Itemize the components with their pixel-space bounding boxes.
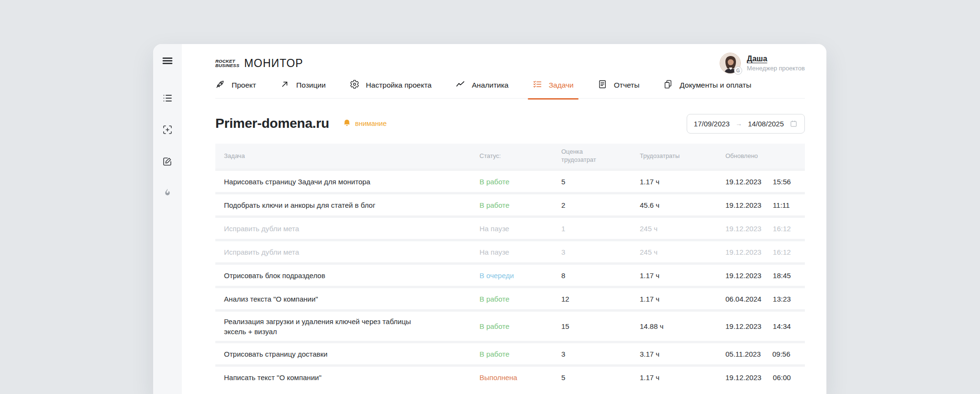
hours-value: 14.88 ч bbox=[640, 322, 725, 330]
user-name[interactable]: Даша bbox=[747, 55, 805, 63]
tab-bar: Проект Позиции Настройка проекта bbox=[215, 79, 805, 99]
calendar-icon[interactable] bbox=[790, 120, 798, 128]
updated-cell: 19.12.2023 16:12 bbox=[725, 248, 805, 256]
updated-cell: 19.12.2023 14:34 bbox=[725, 322, 805, 330]
updated-cell: 19.12.2023 11:11 bbox=[725, 201, 805, 209]
brand-line2: BUSINESS bbox=[215, 63, 239, 68]
table-header: Задача Статус: Оценка трудозатрат Трудоз… bbox=[215, 144, 805, 169]
product-name: МОНИТОР bbox=[244, 57, 303, 70]
edit-note-icon[interactable] bbox=[161, 155, 174, 168]
date-arrow: → bbox=[735, 120, 742, 127]
brand-logo-mark: ROCKET BUSINESS bbox=[215, 59, 239, 68]
updated-date: 19.12.2023 bbox=[725, 178, 761, 186]
task-title: Нарисовать страницу Задачи для монитора bbox=[215, 177, 479, 187]
updated-time: 16:12 bbox=[773, 225, 791, 233]
tasks-table: Задача Статус: Оценка трудозатрат Трудоз… bbox=[215, 144, 805, 388]
main-content: ROCKET BUSINESS МОНИТОР bbox=[182, 44, 826, 394]
table-row[interactable]: Реализация загрузки и удаления ключей че… bbox=[215, 309, 805, 341]
hours-value: 245 ч bbox=[640, 225, 725, 233]
status-badge: В работе bbox=[479, 322, 561, 330]
estimate-value: 8 bbox=[561, 271, 640, 280]
updated-cell: 05.11.2023 09:56 bbox=[725, 350, 805, 358]
status-badge: На паузе bbox=[479, 225, 561, 233]
table-row[interactable]: Написать текст "О компании" Выполнена 5 … bbox=[215, 364, 805, 388]
tab-reports[interactable]: Отчеты bbox=[598, 79, 640, 91]
tab-label: Отчеты bbox=[614, 81, 640, 90]
tab-project-settings[interactable]: Настройка проекта bbox=[350, 79, 432, 91]
tab-label: Позиции bbox=[296, 81, 326, 90]
tab-project[interactable]: Проект bbox=[215, 79, 256, 91]
task-title: Написать текст "О компании" bbox=[215, 372, 479, 383]
updated-date: 19.12.2023 bbox=[725, 201, 761, 209]
estimate-value: 3 bbox=[561, 350, 640, 358]
list-icon[interactable] bbox=[161, 92, 174, 104]
hours-value: 1.17 ч bbox=[640, 295, 725, 303]
documents-icon bbox=[663, 79, 673, 91]
status-badge: В работе bbox=[479, 350, 561, 358]
add-frame-icon[interactable] bbox=[161, 124, 174, 136]
updated-time: 11:11 bbox=[773, 201, 790, 209]
estimate-value: 15 bbox=[561, 322, 640, 330]
hours-value: 1.17 ч bbox=[640, 271, 725, 280]
tab-tasks[interactable]: Задачи bbox=[533, 79, 574, 91]
status-badge: В работе bbox=[479, 178, 561, 186]
user-role: Менеджер проектов bbox=[747, 65, 805, 72]
table-row[interactable]: Анализ текста "О компании" В работе 12 1… bbox=[215, 286, 805, 309]
date-start[interactable]: 17/09/2023 bbox=[694, 120, 730, 128]
hours-value: 3.17 ч bbox=[640, 350, 725, 358]
col-header-status: Статус: bbox=[479, 152, 561, 160]
updated-cell: 06.04.2024 13:23 bbox=[725, 295, 805, 303]
updated-date: 19.12.2023 bbox=[725, 373, 761, 382]
status-badge: На паузе bbox=[479, 248, 561, 256]
tab-positions[interactable]: Позиции bbox=[280, 79, 326, 91]
table-row[interactable]: Подобрать ключи и анкоры для статей в бл… bbox=[215, 192, 805, 215]
task-title: Отрисовать блок подразделов bbox=[215, 270, 479, 281]
tab-label: Проект bbox=[232, 81, 256, 90]
date-range-picker[interactable]: 17/09/2023 → 14/08/2025 bbox=[687, 114, 805, 134]
col-header-updated: Обновлено bbox=[725, 152, 805, 160]
hours-value: 245 ч bbox=[640, 248, 725, 256]
tab-analytics[interactable]: Аналитика bbox=[456, 79, 509, 91]
tab-label: Задачи bbox=[549, 81, 574, 90]
status-badge: В работе bbox=[479, 295, 561, 303]
updated-cell: 19.12.2023 06:00 bbox=[725, 373, 805, 382]
tab-label: Документы и оплаты bbox=[679, 81, 751, 90]
estimate-value: 5 bbox=[561, 373, 640, 382]
hours-value: 1.17 ч bbox=[640, 373, 725, 382]
updated-date: 19.12.2023 bbox=[725, 248, 761, 256]
icon-sidebar bbox=[153, 44, 182, 394]
updated-time: 15:56 bbox=[773, 178, 791, 186]
flame-icon[interactable] bbox=[161, 187, 174, 199]
analytics-icon bbox=[456, 79, 465, 91]
app-window: ROCKET BUSINESS МОНИТОР bbox=[153, 44, 826, 394]
task-title: Отрисовать страницу доставки bbox=[215, 349, 479, 359]
menu-icon[interactable] bbox=[161, 55, 174, 67]
col-header-estimate: Оценка трудозатрат bbox=[561, 148, 640, 164]
task-title: Исправить дубли мета bbox=[215, 247, 479, 257]
estimate-value: 5 bbox=[561, 178, 640, 186]
updated-cell: 19.12.2023 16:12 bbox=[725, 225, 805, 233]
updated-date: 19.12.2023 bbox=[725, 271, 761, 280]
updated-date: 05.11.2023 bbox=[725, 350, 761, 358]
updated-time: 13:23 bbox=[773, 295, 791, 303]
table-row[interactable]: Нарисовать страницу Задачи для монитора … bbox=[215, 169, 805, 192]
table-row[interactable]: Исправить дубли мета На паузе 1 245 ч 19… bbox=[215, 215, 805, 239]
user-menu[interactable]: G Даша Менеджер проектов bbox=[720, 53, 805, 74]
gear-icon bbox=[350, 79, 359, 91]
updated-date: 19.12.2023 bbox=[725, 225, 761, 233]
bell-icon bbox=[343, 119, 351, 129]
col-header-hours: Трудозатраты bbox=[640, 152, 725, 160]
table-row[interactable]: Отрисовать страницу доставки В работе 3 … bbox=[215, 341, 805, 364]
hours-value: 45.6 ч bbox=[640, 201, 725, 209]
user-info: Даша Менеджер проектов bbox=[747, 55, 805, 72]
table-row[interactable]: Исправить дубли мета На паузе 3 245 ч 19… bbox=[215, 239, 805, 262]
avatar[interactable]: G bbox=[720, 53, 741, 74]
desktop-background: { "brand": {"logo_line1": "ROCKET", "log… bbox=[0, 0, 980, 394]
estimate-value: 1 bbox=[561, 225, 640, 233]
table-row[interactable]: Отрисовать блок подразделов В очереди 8 … bbox=[215, 262, 805, 286]
status-badge: В очереди bbox=[479, 271, 561, 280]
report-icon bbox=[598, 79, 607, 91]
task-title: Подобрать ключи и анкоры для статей в бл… bbox=[215, 200, 479, 210]
tab-documents[interactable]: Документы и оплаты bbox=[663, 79, 751, 91]
date-end[interactable]: 14/08/2025 bbox=[748, 120, 784, 128]
